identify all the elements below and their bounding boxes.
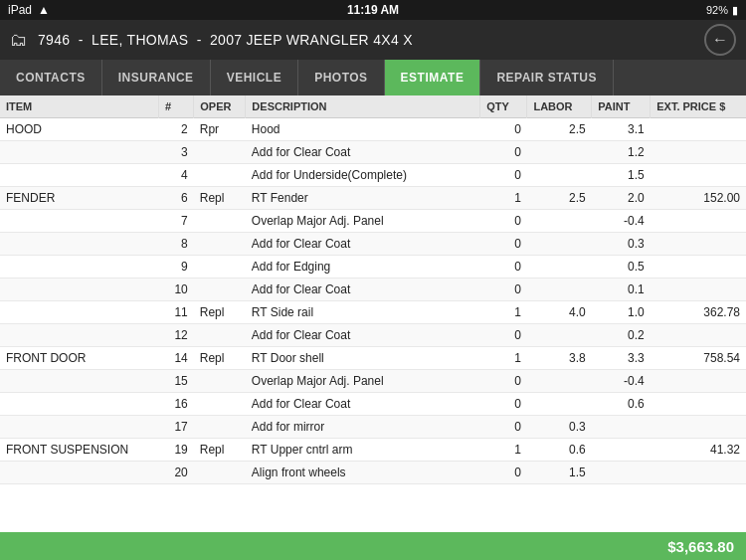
cell-item [0,462,158,484]
cell-paint: 1.5 [592,164,651,187]
cell-num: 15 [158,370,193,393]
status-right: 92% ▮ [706,4,738,17]
tab-photos[interactable]: PHOTOS [298,60,384,95]
cell-labor: 0.3 [527,416,592,439]
total-amount: $3,663.80 [667,538,734,555]
cell-description: Add for Clear Coat [246,233,480,256]
cell-item [0,301,158,324]
cell-qty: 0 [480,164,527,187]
cell-oper: Repl [194,439,246,462]
cell-ext-price: 362.78 [651,301,746,324]
cell-num: 4 [158,164,193,187]
cell-paint: 0.3 [592,233,651,256]
tab-insurance[interactable]: INSURANCE [102,60,211,95]
cell-description: Add for mirror [246,416,480,439]
cell-qty: 1 [480,347,527,370]
cell-oper [194,324,246,347]
table-row: 12 Add for Clear Coat 0 0.2 [0,324,746,347]
th-description: DESCRIPTION [246,95,480,118]
cell-paint [592,439,651,462]
cell-paint: 1.0 [592,301,651,324]
estimate-footer: $3,663.80 [0,532,746,560]
cell-paint: 0.2 [592,324,651,347]
cell-ext-price: 758.54 [651,347,746,370]
cell-item [0,279,158,301]
cell-labor: 3.8 [527,347,592,370]
cell-num: 17 [158,416,193,439]
cell-paint: 3.1 [592,118,651,141]
cell-oper: Rpr [194,118,246,141]
case-title: 7946 - LEE, THOMAS - 2007 JEEP WRANGLER … [38,32,694,48]
tab-repair-status[interactable]: REPAIR STATUS [480,60,614,95]
ipad-label: iPad [8,3,32,17]
estimate-table-container: ITEM # OPER DESCRIPTION QTY LABOR PAINT … [0,95,746,532]
cell-qty: 0 [480,233,527,256]
cell-qty: 1 [480,439,527,462]
cell-description: Add for Clear Coat [246,393,480,416]
table-row: 15 Overlap Major Adj. Panel 0 -0.4 [0,370,746,393]
cell-description: Add for Underside(Complete) [246,164,480,187]
table-row: HOOD 2 Rpr Hood 0 2.5 3.1 [0,118,746,141]
case-header: 🗂 7946 - LEE, THOMAS - 2007 JEEP WRANGLE… [0,20,746,60]
cell-qty: 0 [480,279,527,301]
cell-oper [194,210,246,233]
cell-paint: 3.3 [592,347,651,370]
cell-paint [592,416,651,439]
cell-labor: 4.0 [527,301,592,324]
nav-tabs: CONTACTS INSURANCE VEHICLE PHOTOS ESTIMA… [0,60,746,95]
cell-labor [527,370,592,393]
cell-num: 8 [158,233,193,256]
estimate-table: ITEM # OPER DESCRIPTION QTY LABOR PAINT … [0,95,746,484]
cell-paint: 0.1 [592,279,651,301]
cell-item: HOOD [0,118,158,141]
tab-contacts[interactable]: CONTACTS [0,60,102,95]
cell-description: Overlap Major Adj. Panel [246,370,480,393]
cell-num: 14 [158,347,193,370]
table-row: 10 Add for Clear Coat 0 0.1 [0,279,746,301]
cell-item [0,210,158,233]
cell-qty: 1 [480,301,527,324]
cell-labor [527,256,592,279]
cell-labor [527,393,592,416]
table-row: 9 Add for Edging 0 0.5 [0,256,746,279]
cell-qty: 0 [480,256,527,279]
cell-qty: 1 [480,187,527,210]
cell-qty: 0 [480,324,527,347]
table-row: 16 Add for Clear Coat 0 0.6 [0,393,746,416]
cell-qty: 0 [480,118,527,141]
cell-labor: 2.5 [527,187,592,210]
cell-qty: 0 [480,416,527,439]
cell-labor: 1.5 [527,462,592,484]
cell-num: 19 [158,439,193,462]
cell-paint [592,462,651,484]
back-button[interactable]: ← [704,24,736,56]
table-row: 3 Add for Clear Coat 0 1.2 [0,141,746,164]
th-labor: LABOR [527,95,592,118]
cell-description: Add for Edging [246,256,480,279]
cell-num: 9 [158,256,193,279]
status-bar: iPad ▲ 11:19 AM 92% ▮ [0,0,746,20]
cell-labor [527,210,592,233]
status-time: 11:19 AM [347,3,399,17]
cell-num: 10 [158,279,193,301]
cell-labor: 0.6 [527,439,592,462]
cell-description: RT Side rail [246,301,480,324]
tab-estimate[interactable]: ESTIMATE [385,60,481,95]
cell-qty: 0 [480,370,527,393]
cell-oper [194,233,246,256]
battery-icon: ▮ [732,4,738,17]
cell-ext-price [651,393,746,416]
cell-ext-price [651,416,746,439]
cell-item [0,233,158,256]
cell-item [0,256,158,279]
th-item: ITEM [0,95,158,118]
cell-ext-price: 41.32 [651,439,746,462]
cell-description: Hood [246,118,480,141]
cell-ext-price: 152.00 [651,187,746,210]
cell-oper [194,393,246,416]
cell-paint: -0.4 [592,210,651,233]
tab-vehicle[interactable]: VEHICLE [211,60,299,95]
cell-item [0,141,158,164]
cell-num: 2 [158,118,193,141]
cell-qty: 0 [480,210,527,233]
